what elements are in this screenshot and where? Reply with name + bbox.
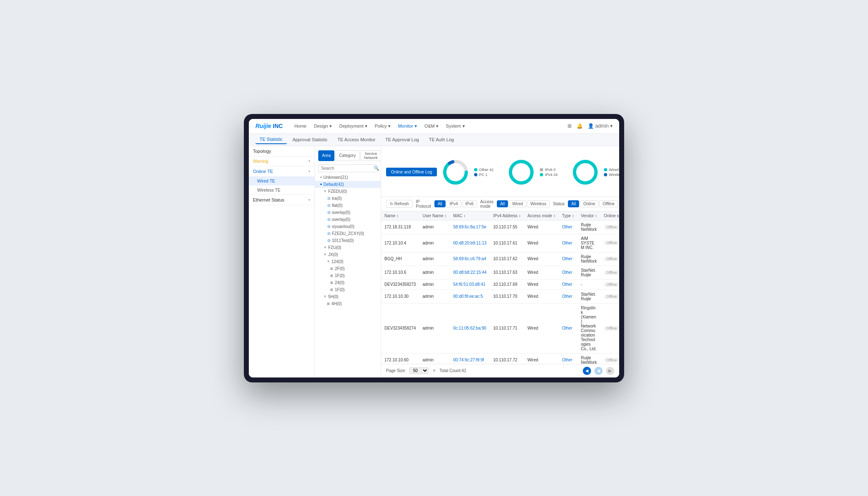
cell-ipv4: 10.110.17.63: [490, 266, 524, 279]
status-online-btn[interactable]: Online: [580, 200, 599, 207]
building-icon-1f: ▣: [330, 273, 334, 278]
refresh-btn[interactable]: ↻ Refresh: [386, 200, 413, 208]
subnav-te-access-monitor[interactable]: TE Access Monitor: [334, 135, 380, 144]
nav-system[interactable]: System ▾: [443, 121, 468, 131]
subnav-te-statistic[interactable]: TE Statistic: [255, 135, 287, 144]
content-area: Area Category Service Network 🔍 ● Unknow…: [315, 146, 619, 377]
tree-item-unknown[interactable]: ● Unknown(21): [315, 174, 381, 181]
tree-item-2f[interactable]: ▣ 2F(0): [315, 265, 381, 272]
cell-mac[interactable]: 00:d0:f8:ee:ac:5: [450, 290, 490, 303]
ip-ipv4-btn[interactable]: IPv4: [446, 200, 461, 207]
subnav-approval-statistic[interactable]: Approval Statistic: [289, 135, 332, 144]
page-next-btn-1[interactable]: ◀: [594, 367, 603, 375]
tree-item-fzu[interactable]: ▼ FZU(0): [315, 244, 381, 251]
access-mode-label: Access mode: [480, 199, 494, 209]
location-icon-x: ◎: [327, 224, 331, 228]
ip-ipv6-btn[interactable]: IPv6: [462, 200, 477, 207]
col-mac: MAC ↕: [450, 211, 490, 221]
sidebar-item-wired-te[interactable]: Wired TE: [249, 176, 315, 185]
ip-all-btn[interactable]: All: [434, 200, 446, 207]
sidebar-item-wireless-te[interactable]: Wireless TE: [249, 185, 315, 195]
ethernet-status-header[interactable]: Ethernet Status ▾: [249, 195, 315, 205]
table-body: 172.18.31.118 admin 58:69:6c:8a:17:5e 10…: [381, 220, 619, 364]
bell-icon[interactable]: 🔔: [577, 123, 583, 129]
nav-deployment[interactable]: Deployment ▾: [336, 121, 371, 131]
cell-mac[interactable]: 00:d8:20:b9:11:13: [450, 234, 490, 252]
subnav-te-auth-log[interactable]: TE Auth Log: [425, 135, 458, 144]
col-user: User Name ↕: [419, 211, 450, 221]
tree-item-24[interactable]: ▣ 24(0): [315, 279, 381, 286]
access-wired-btn[interactable]: Wired: [509, 200, 526, 207]
tree-item-4h[interactable]: ▣ 4H(0): [315, 300, 381, 307]
cell-vendor: Ruijie NetWork: [577, 353, 600, 364]
cell-mac[interactable]: 0c:11:05:62:ba:90: [450, 303, 490, 353]
tree-search-input[interactable]: [321, 166, 374, 171]
tree-item-fzedu-zcxy[interactable]: ◎ FZEDU_ZCXY(0): [315, 230, 381, 237]
cell-type[interactable]: Other: [559, 290, 577, 303]
tree-item-124[interactable]: ▼ 124(0): [315, 258, 381, 265]
tab-area[interactable]: Area: [318, 150, 334, 161]
grid-icon[interactable]: ⊞: [568, 123, 572, 129]
donut-chart-3: [571, 158, 600, 187]
tree-item-1f2[interactable]: ▣ 1F(0): [315, 286, 381, 293]
cell-status: Offline: [601, 290, 619, 303]
cell-mac[interactable]: 58:69:6c:8a:17:5e: [450, 220, 490, 234]
cell-name: 172.10.10.4: [381, 234, 419, 252]
cell-vendor: AIM SYSTEM INC.: [577, 234, 600, 252]
nav-monitor[interactable]: Monitor ▾: [395, 121, 420, 131]
tree-item-tra[interactable]: ◎ tra(0): [315, 195, 381, 202]
status-offline-btn[interactable]: Offline: [599, 200, 618, 207]
cell-type[interactable]: Other: [559, 252, 577, 266]
status-all-btn[interactable]: All: [568, 200, 579, 207]
tree-search-bar: 🔍: [318, 164, 377, 172]
tree-item-xiyuanlou[interactable]: ◎ xiyuanlou(0): [315, 223, 381, 230]
cell-type[interactable]: Other: [559, 220, 577, 234]
cell-mac[interactable]: 54:f6:51:03:d8:41: [450, 279, 490, 290]
cell-vendor: Ringslink (Xiamen) Network Communication…: [577, 303, 600, 353]
building-icon-4h: ▣: [327, 301, 330, 306]
donut-chart-2: [507, 158, 536, 187]
tablet-screen: Ruijie INC Home Design ▾ Deployment ▾ Po…: [249, 119, 619, 377]
tree-item-jx[interactable]: ▼ JX(0): [315, 251, 381, 258]
tree-item-fzedu[interactable]: ▼ FZEDU(0): [315, 188, 381, 195]
page-prev-btn[interactable]: ◀: [583, 367, 591, 375]
access-wireless-btn[interactable]: Wireless: [527, 200, 549, 207]
online-te-header[interactable]: Online TE ▾: [249, 166, 315, 176]
cell-type[interactable]: Other: [559, 303, 577, 353]
legend-wired: Wired 42: [604, 168, 619, 172]
topology-header[interactable]: Topology: [249, 146, 315, 156]
cell-access: Wired: [524, 234, 559, 252]
page-next-btn-2[interactable]: ▶: [606, 367, 614, 375]
cell-type[interactable]: Other: [559, 234, 577, 252]
cell-mac[interactable]: 00:74:9c:27:f9:9f: [450, 353, 490, 364]
log-btn[interactable]: Online and Offline Log: [386, 168, 437, 176]
nav-home[interactable]: Home: [291, 121, 310, 131]
warning-header[interactable]: Warning ▾: [249, 157, 315, 166]
user-icon[interactable]: 👤 admin ▾: [588, 123, 613, 129]
tree-item-default[interactable]: ● Default(42): [315, 181, 381, 188]
tree-item-overlay1[interactable]: ◎ overlay(0): [315, 209, 381, 216]
cell-type[interactable]: Other: [559, 279, 577, 290]
subnav-te-approval-log[interactable]: TE Approval Log: [381, 135, 423, 144]
tab-category[interactable]: Category: [335, 150, 360, 161]
search-icon: 🔍: [374, 166, 379, 171]
page-size-select[interactable]: 50 100 200: [409, 367, 429, 374]
cell-mac[interactable]: 58:69:6c:c6:79:a4: [450, 252, 490, 266]
nav-oam[interactable]: O&M ▾: [421, 121, 442, 131]
tree-item-1011test[interactable]: ◎ 1011Test(0): [315, 237, 381, 244]
cell-user: admin: [419, 266, 450, 279]
nav-design[interactable]: Design ▾: [310, 121, 335, 131]
access-all-btn[interactable]: All: [497, 200, 508, 207]
cell-name: 172.10.10.60: [381, 353, 419, 364]
cell-mac[interactable]: 00:d8:b8:22:15:44: [450, 266, 490, 279]
tab-service-network[interactable]: Service Network: [360, 150, 381, 161]
cell-type[interactable]: Other: [559, 266, 577, 279]
page-size-label: Page Size:: [386, 368, 406, 373]
nav-policy[interactable]: Policy ▾: [372, 121, 394, 131]
tree-item-overlay2[interactable]: ◎ overlay(0): [315, 216, 381, 223]
tree-item-flat[interactable]: ◎ flat(0): [315, 202, 381, 209]
cell-type[interactable]: Other: [559, 353, 577, 364]
tree-item-1f[interactable]: ▣ 1F(0): [315, 272, 381, 279]
tree-item-5h[interactable]: ▼ 5H(0): [315, 293, 381, 300]
status-filter: All Online Offline: [568, 200, 618, 207]
